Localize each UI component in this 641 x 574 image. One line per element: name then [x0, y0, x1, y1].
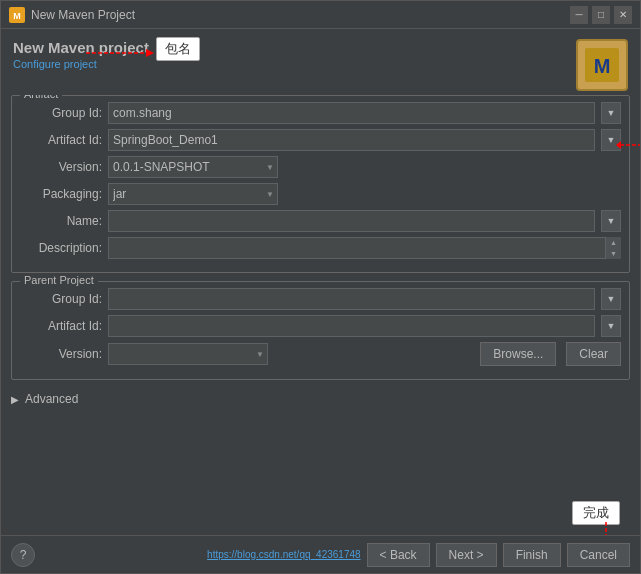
spinner-down[interactable]: ▼ [606, 248, 621, 259]
name-dropdown[interactable]: ▼ [601, 210, 621, 232]
artifact-section-label: Artifact [20, 95, 62, 100]
window-controls: ─ □ ✕ [570, 6, 632, 24]
titlebar: M New Maven Project ─ □ ✕ [1, 1, 640, 29]
name-row: Name: ▼ [20, 210, 621, 232]
description-input[interactable] [108, 237, 621, 259]
advanced-arrow-icon: ▶ [11, 394, 19, 405]
footer-url: https://blog.csdn.net/qq_42361748 [207, 549, 360, 560]
artifact-section: Artifact Group Id: ▼ Artifact Id: ▼ 项目名 [11, 95, 630, 273]
maximize-button[interactable]: □ [592, 6, 610, 24]
window-title: New Maven Project [31, 8, 570, 22]
group-id-dropdown[interactable]: ▼ [601, 102, 621, 124]
description-input-wrapper: ▲ ▼ [108, 237, 621, 259]
version-label: Version: [20, 160, 102, 174]
form-body: Artifact Group Id: ▼ Artifact Id: ▼ 项目名 [1, 95, 640, 535]
browse-button[interactable]: Browse... [480, 342, 556, 366]
finish-button[interactable]: Finish [503, 543, 561, 567]
help-button[interactable]: ? [11, 543, 35, 567]
parent-version-label: Version: [20, 347, 102, 361]
svg-text:M: M [13, 11, 21, 21]
annotation-wancheng: 完成 [572, 501, 620, 525]
window-icon: M [9, 7, 25, 23]
window: M New Maven Project ─ □ ✕ New Maven proj… [0, 0, 641, 574]
back-button[interactable]: < Back [367, 543, 430, 567]
parent-group-id-row: Group Id: ▼ [20, 288, 621, 310]
clear-button[interactable]: Clear [566, 342, 621, 366]
advanced-label: Advanced [25, 392, 78, 406]
parent-artifact-id-row: Artifact Id: ▼ [20, 315, 621, 337]
packaging-select[interactable]: jar [108, 183, 278, 205]
advanced-section[interactable]: ▶ Advanced [11, 388, 630, 410]
svg-text:M: M [594, 55, 611, 77]
parent-artifact-id-label: Artifact Id: [20, 319, 102, 333]
group-id-row: Group Id: ▼ [20, 102, 621, 124]
name-input[interactable] [108, 210, 595, 232]
description-spinner: ▲ ▼ [605, 237, 621, 259]
dialog-header: New Maven project Configure project 包名 M [1, 29, 640, 95]
parent-artifact-id-dropdown[interactable]: ▼ [601, 315, 621, 337]
dialog-title: New Maven project [13, 39, 149, 56]
packaging-select-wrapper: jar ▼ [108, 183, 278, 205]
parent-group-id-label: Group Id: [20, 292, 102, 306]
description-row: Description: ▲ ▼ [20, 237, 621, 259]
parent-project-section: Parent Project Group Id: ▼ Artifact Id: … [11, 281, 630, 380]
group-id-input[interactable] [108, 102, 595, 124]
parent-version-select[interactable] [108, 343, 268, 365]
parent-group-id-dropdown[interactable]: ▼ [601, 288, 621, 310]
parent-artifact-id-input[interactable] [108, 315, 595, 337]
group-id-label: Group Id: [20, 106, 102, 120]
parent-version-select-wrapper: ▼ [108, 343, 268, 365]
version-select[interactable]: 0.0.1-SNAPSHOT [108, 156, 278, 178]
artifact-id-dropdown[interactable]: ▼ [601, 129, 621, 151]
description-label: Description: [20, 241, 102, 255]
spinner-up[interactable]: ▲ [606, 237, 621, 248]
configure-project-link[interactable]: Configure project [13, 58, 149, 70]
name-label: Name: [20, 214, 102, 228]
next-button[interactable]: Next > [436, 543, 497, 567]
parent-version-row: Version: ▼ Browse... Clear [20, 342, 621, 366]
annotation-baoming: 包名 [156, 37, 200, 61]
header-left: New Maven project Configure project [13, 39, 149, 70]
dialog-content: New Maven project Configure project 包名 M [1, 29, 640, 573]
packaging-row: Packaging: jar ▼ [20, 183, 621, 205]
artifact-id-input[interactable] [108, 129, 595, 151]
cancel-button[interactable]: Cancel [567, 543, 630, 567]
packaging-label: Packaging: [20, 187, 102, 201]
artifact-id-row: Artifact Id: ▼ 项目名 [20, 129, 621, 151]
version-row: Version: 0.0.1-SNAPSHOT ▼ [20, 156, 621, 178]
minimize-button[interactable]: ─ [570, 6, 588, 24]
close-button[interactable]: ✕ [614, 6, 632, 24]
annotation-arrow-wancheng [596, 522, 616, 535]
artifact-id-label: Artifact Id: [20, 133, 102, 147]
footer: ? https://blog.csdn.net/qq_42361748 < Ba… [1, 535, 640, 573]
parent-section-label: Parent Project [20, 274, 98, 286]
version-select-wrapper: 0.0.1-SNAPSHOT ▼ [108, 156, 278, 178]
maven-logo: M [576, 39, 628, 91]
parent-group-id-input[interactable] [108, 288, 595, 310]
